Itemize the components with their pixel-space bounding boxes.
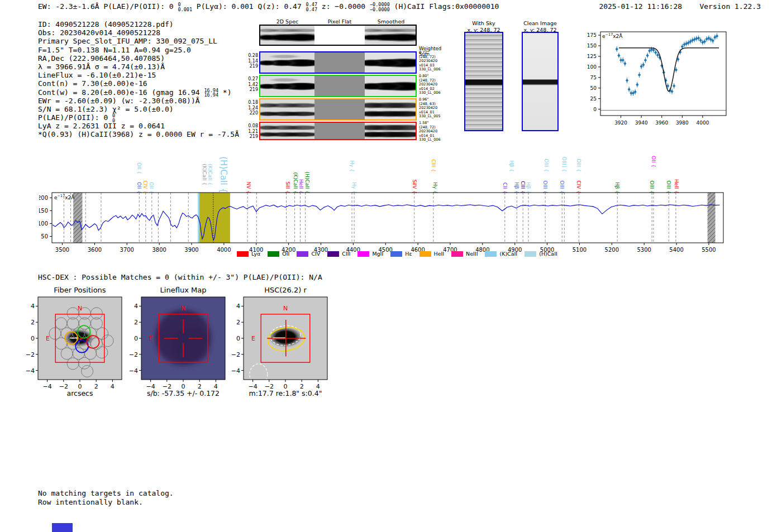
text-segment: Obs: 20230420v014_4090521228 xyxy=(38,28,160,37)
data-point xyxy=(646,54,649,57)
info-line: Cont(n) = 7.30(±0.00)e-16 xyxy=(38,79,239,88)
y-tick-label: 100 xyxy=(587,64,597,70)
info-line: *Q(0.93) (H)CaII(3968) z = 0.0000 EW r =… xyxy=(38,130,239,138)
y-tick-label: 50 xyxy=(590,85,597,91)
info-line: Obs: 20230420v014_4090521228 xyxy=(38,28,239,37)
y-tick-label: 50 xyxy=(41,233,48,239)
lineflux-map-xlabel: s/b: -57.35 +/- 0.172 xyxy=(124,389,242,397)
info-line: P(LAE)/P(OII): 0 00 xyxy=(38,113,239,122)
hsc-cutout-xlabel: m:17.7 re:1.8" s:0.4" xyxy=(226,389,345,397)
spec2d-strip-smooth xyxy=(365,26,416,45)
y-tick-label: 125 xyxy=(587,54,597,59)
spec2d-left-label-line: 219 xyxy=(244,134,258,140)
legend-swatch xyxy=(237,251,249,257)
fiber-positions-title: Fiber Positions xyxy=(21,286,139,294)
ann-post: x2Å xyxy=(613,33,622,39)
y-tick-label: 0 xyxy=(134,335,138,342)
catalog-note-line1: No matching targets in catalog. xyxy=(38,489,174,498)
stack-part: 0.001 xyxy=(178,7,192,12)
legend-swatch xyxy=(327,251,339,257)
axes-box xyxy=(52,193,723,243)
text-segment: Cont(w) = 8.20(±0.00)e-16 (gmag 16.94 xyxy=(38,88,204,97)
emission-line-label: CIII { xyxy=(431,159,436,172)
data-point xyxy=(617,54,620,57)
stacked-fraction: −0.0000−0.0000 xyxy=(370,2,390,12)
stack-part: −0.0000 xyxy=(370,7,390,12)
spec2d-right-label-line: 330_LL_006 xyxy=(419,68,452,72)
info-line: Primary Spec_Slot_IFU_AMP: 330_092_075_L… xyxy=(38,37,239,45)
data-point xyxy=(681,45,684,48)
text-segment: Cont(n) = 7.30(±0.00)e-16 xyxy=(38,79,147,88)
data-point xyxy=(673,84,675,88)
legend-item: (H)CaII xyxy=(524,251,557,257)
spec2d-strip-smooth xyxy=(365,76,416,96)
spec2d-strip-left xyxy=(260,99,314,119)
spec2d-right-label-line: 330_LL_005 xyxy=(419,114,452,119)
spec2d-left-label-line: 1.42 xyxy=(244,82,258,88)
spec2d-right-labels: 0.80"(248, 72)20230420v014_02330_LL_006 xyxy=(419,74,452,95)
legend-swatch xyxy=(268,251,279,257)
info-line: LineFlux = -6.10(±0.21)e-15 xyxy=(38,71,239,79)
text-segment: *) xyxy=(218,88,231,97)
catalog-match-note: No matching targets in catalog. Row inte… xyxy=(38,489,174,506)
lineflux-map-title: Lineflux Map xyxy=(124,286,242,294)
spec2d-strip-left xyxy=(260,52,314,73)
spec2d-left-label-line: 0.28 xyxy=(244,53,258,59)
text-segment: λ = 3966.91Å σ = 4.74(±0.13)Å xyxy=(38,63,165,71)
catalog-note-line2: Row intentionally blank. xyxy=(38,498,174,507)
y-tick-label: 100 xyxy=(39,221,48,227)
legend-item: HeII xyxy=(419,251,445,257)
spec2d-right-labels: 1.58"(248, 72)20230420v014_01330_LL_006 xyxy=(419,121,452,142)
legend-label: NeIII xyxy=(466,251,478,257)
elixer-report: EW: -2.3±-1.6Å P(LAE)/P(OII): 0 00.001 P… xyxy=(0,0,782,532)
compass-east-label: E xyxy=(46,335,50,342)
y-tick-label: 4 xyxy=(31,303,35,310)
detection-info-block: ID: 4090521228 (4090521228.pdf)Obs: 2023… xyxy=(38,20,239,139)
y-tick-label: −2 xyxy=(129,351,138,358)
legend-item: NeIII xyxy=(451,251,478,257)
legend-item: Hε xyxy=(390,251,412,257)
info-line: F=1.5" T=0.138 N=1.11 A=0.94 g=25.0 xyxy=(38,46,239,54)
x-tick-label: 5500 xyxy=(702,247,716,253)
emission-line-label: (H)CaII { xyxy=(218,156,228,193)
legend-label: HeII xyxy=(434,251,445,257)
legend-label: CIV xyxy=(311,251,320,257)
legend-swatch xyxy=(451,251,463,257)
header-meta: 2025-01-12 11:16:28 Version 1.22.3 xyxy=(599,2,761,11)
text-segment: P(Lyα): 0.001 Q(z): 0.47 xyxy=(192,2,306,11)
legend-swatch xyxy=(297,251,308,257)
text-segment: (H)CaII Flags:0x00000010 xyxy=(390,2,499,11)
weighted-sum-label: Weighted Sum xyxy=(419,46,452,57)
info-line: RA,Dec (222.906464,50.407085) xyxy=(38,54,239,63)
data-point xyxy=(622,59,624,62)
withsky-image xyxy=(464,32,503,131)
text-segment: P(LAE)/P(OII): 0 xyxy=(38,113,112,122)
spectral-line-legend: LyαOIICIVCIIIMgIIHεHeIINeIII(K)CaII(H)Ca… xyxy=(237,251,565,257)
compass-east-label: E xyxy=(149,335,153,342)
withsky-title-line: With Sky xyxy=(460,20,508,27)
spec2d-row xyxy=(259,75,417,97)
spec2d-left-label-line: 1.24 xyxy=(244,106,258,111)
info-line: LyA z = 2.2631 OII z = 0.0641 xyxy=(38,122,239,130)
masked-band-hatch xyxy=(73,193,82,243)
x-tick-label: 5400 xyxy=(669,247,683,253)
y-tick-label: 75 xyxy=(590,75,597,80)
y-tick-label: −4 xyxy=(231,367,240,375)
spec2d-left-labels: 0.081.21219 xyxy=(244,123,258,140)
spec2d-right-labels: 0.96"(248, 63)20230420v014_01330_LL_005 xyxy=(419,98,452,119)
ann-sup: −17 xyxy=(58,194,65,198)
blue-marker xyxy=(52,523,73,532)
mainplot-units-annotation: e−17x2Å xyxy=(54,194,74,200)
x-tick-label: 3900 xyxy=(184,247,198,253)
x-tick-label: 3980 xyxy=(676,120,689,126)
legend-item: OII xyxy=(268,251,289,257)
spec2d-strip-flat xyxy=(314,123,365,139)
stacked-fraction: 0.470.47 xyxy=(306,2,317,12)
spec2d-strip-flat xyxy=(314,52,365,73)
legend-swatch xyxy=(390,251,402,257)
emission-line-label: OIII { xyxy=(543,159,549,172)
spec2d-left-label-line: 0.18 xyxy=(244,100,258,106)
text-segment: LineFlux = -6.10(±0.21)e-15 xyxy=(38,71,156,79)
compass-north-label: N xyxy=(181,305,185,312)
legend-item: MgII xyxy=(357,251,383,257)
